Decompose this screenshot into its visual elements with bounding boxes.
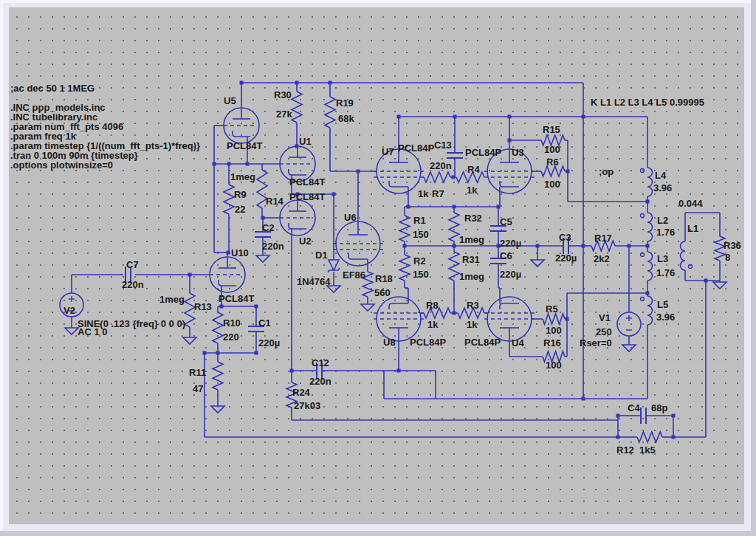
ground-icon[interactable] [531,260,544,267]
label-R11[interactable]: 47 [193,383,203,394]
label-R13[interactable]: R13 [194,301,212,312]
schematic-canvas[interactable]: ;ac dec 50 1 1MEG.INC ppp_models.inc.INC… [9,7,744,524]
label-C2[interactable]: C2 [262,222,275,233]
label-R12[interactable]: 1k5 [639,444,656,456]
label-C4[interactable]: 68p [651,402,667,413]
ground-icon[interactable] [183,337,196,344]
label-D1[interactable]: 1N4764 [297,276,331,287]
label-R16[interactable]: R16 [543,337,561,348]
label-L3[interactable]: L3 [657,253,668,264]
label-C7[interactable]: C7 [126,259,139,270]
tube-U4[interactable] [484,297,535,341]
label-C5[interactable]: C5 [500,216,512,227]
label-R2[interactable]: R2 [413,255,426,267]
label-L5[interactable]: 3.96 [656,312,675,323]
label-R4[interactable]: R4 [467,164,480,175]
label-R31[interactable]: 1meg [459,271,484,282]
resistor-R12[interactable] [637,432,662,442]
label-U2[interactable]: U2 [299,236,312,247]
label-R7[interactable]: 1k [418,188,429,199]
ground-icon[interactable] [256,255,269,262]
label-R32[interactable]: 1meg [459,234,484,245]
label-C13[interactable]: 220n [430,160,452,171]
label-U1[interactable]: PCL84T [289,176,325,188]
label-U6[interactable]: EF86 [343,269,365,281]
ground-icon[interactable] [622,345,636,351]
label-U2[interactable]: PCL84T [289,191,325,202]
label-U4[interactable]: U4 [512,337,524,348]
label-C7[interactable]: 220n [122,279,144,290]
label-U6[interactable]: U6 [344,212,357,223]
label-L3[interactable]: 1.76 [656,267,675,278]
label-R15[interactable]: 100 [544,144,560,155]
resistor-R30[interactable] [292,92,302,123]
label-V2[interactable]: AC 1 0 [78,326,107,337]
label-R19[interactable]: R19 [336,97,354,109]
resistor-R6[interactable] [541,166,565,176]
spice-directive[interactable]: .options plotwinsize=0 [10,159,113,171]
label-L1[interactable]: 0.044 [678,198,703,209]
label-D1[interactable]: D1 [315,250,328,261]
resistor-R13[interactable] [185,293,195,327]
tube-U10[interactable] [210,257,245,292]
label-V1[interactable]: Rser=0 [580,337,612,348]
label-R10[interactable]: 220 [223,331,239,343]
label-C1[interactable]: 220µ [258,337,280,348]
resistor-R31[interactable] [449,252,459,281]
label-C3[interactable]: C3 [559,232,571,243]
tube-U2[interactable] [280,200,315,236]
label-R6[interactable]: 100 [544,179,560,190]
label-U5[interactable]: U5 [224,95,236,106]
label-L4[interactable]: L4 [655,170,667,181]
label-C12[interactable]: C12 [312,357,329,368]
label-R1[interactable]: R1 [413,215,426,226]
label-C1[interactable]: C1 [258,317,271,329]
label-R17[interactable]: R17 [594,233,612,244]
tube-U5[interactable] [224,108,259,143]
label-U10[interactable]: PCL84T [219,293,254,304]
label-L5[interactable]: L5 [657,299,668,310]
label-R9[interactable]: R9 [234,189,247,200]
inductor-L1[interactable] [681,241,685,270]
ground-icon[interactable] [211,406,224,413]
label-R1[interactable]: 150 [413,229,429,240]
label-R9[interactable]: 22 [235,204,245,215]
resistor-R11[interactable] [213,362,223,390]
label-R18[interactable]: 560 [374,287,391,298]
label-C13[interactable]: C13 [434,140,452,151]
label-R11[interactable]: R11 [189,367,206,378]
label-U3[interactable]: U3 [512,147,524,158]
label-R5[interactable]: R5 [546,303,558,315]
label-L2[interactable]: 1.76 [656,227,675,238]
label-U1[interactable]: U1 [299,136,312,147]
label-C3[interactable]: 220µ [555,252,577,264]
spice-directive[interactable]: ;ac dec 50 1 1MEG [10,83,94,94]
label-U8[interactable]: PCL84P [410,337,446,348]
label-L1[interactable]: L1 [687,223,698,234]
label-C12[interactable]: 220n [309,376,331,387]
label-R31[interactable]: R31 [462,254,480,265]
resistor-R5[interactable] [543,314,565,324]
label-V2[interactable]: V2 [63,305,75,316]
label-R3[interactable]: R3 [467,300,479,311]
label-R15[interactable]: R15 [543,124,560,135]
label-U7[interactable]: PCL84P [398,142,434,154]
label-R30[interactable]: 27k [276,109,292,120]
label-R32[interactable]: R32 [464,213,482,224]
ground-icon[interactable] [713,282,726,289]
label-R19[interactable]: 68k [338,113,354,124]
label-V1[interactable]: 250 [596,326,612,337]
resistor-R10[interactable] [213,312,223,343]
label-R5[interactable]: 100 [546,325,562,336]
label-U5[interactable]: PCL84T [227,140,262,151]
resistor-R19[interactable] [325,97,335,128]
label-U3[interactable]: PCL84P [465,147,501,158]
spice-directive[interactable]: ;op [599,166,614,177]
label-R36[interactable]: 8 [725,252,730,263]
label-U7[interactable]: U7 [382,146,394,157]
inductor-L5[interactable] [647,296,653,325]
label-R10[interactable]: R10 [223,317,241,329]
resistor-R32[interactable] [449,213,459,241]
resistor-R2[interactable] [399,255,410,281]
diode-D1[interactable] [329,260,339,270]
